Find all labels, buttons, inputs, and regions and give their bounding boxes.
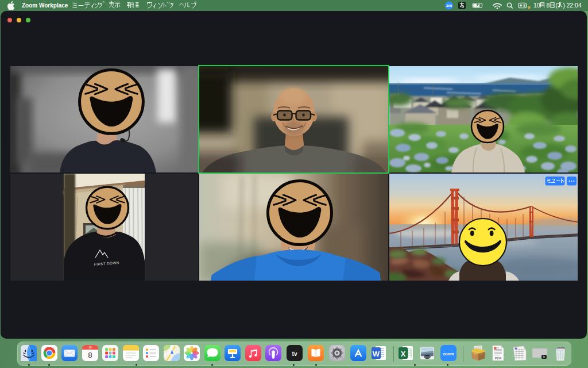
svg-text:tv: tv	[292, 351, 297, 357]
svg-text:22:04: 22:04	[567, 2, 582, 9]
svg-text:8: 8	[547, 2, 550, 9]
svg-text:): )	[563, 2, 566, 9]
svg-text:(: (	[556, 2, 558, 9]
svg-text:10: 10	[88, 346, 92, 349]
svg-text:W: W	[373, 350, 380, 358]
svg-text:Zoom Workplace: Zoom Workplace	[22, 2, 68, 9]
svg-text:X: X	[401, 350, 406, 358]
svg-text:10: 10	[533, 2, 540, 9]
svg-text:PDF: PDF	[495, 356, 502, 360]
svg-text:8: 8	[88, 351, 92, 359]
svg-text:zoom: zoom	[443, 351, 454, 356]
svg-text:zm: zm	[446, 3, 452, 8]
